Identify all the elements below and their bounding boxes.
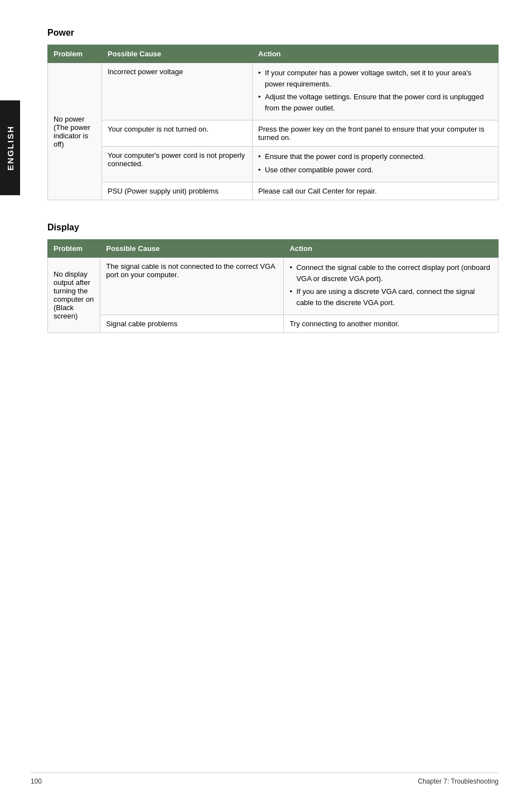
power-action-4: Please call our Call Center for repair. [253,182,499,200]
power-row-2: Your computer is not turned on. Press th… [48,120,499,147]
display-row-2: Signal cable problems Try connecting to … [48,315,499,333]
english-label: ENGLISH [0,100,20,195]
power-cause-2: Your computer is not turned on. [101,120,252,147]
display-cause-1: The signal cable is not connected to the… [100,258,284,315]
power-action-3-item-1: Ensure that the power cord is properly c… [258,151,492,162]
chapter-label: Chapter 7: Troubleshooting [418,777,499,785]
power-cause-3: Your computer's power cord is not proper… [101,147,252,182]
power-action-1-item-1: If your computer has a power voltage swi… [258,67,492,89]
display-action-1-item-1: Connect the signal cable to the correct … [289,262,492,284]
power-table: Problem Possible Cause Action No power(T… [47,45,499,200]
display-action-1-item-2: If you are using a discrete VGA card, co… [289,286,492,308]
power-cause-4: PSU (Power supply unit) problems [101,182,252,200]
power-action-3: Ensure that the power cord is properly c… [253,147,499,182]
power-problem-cell: No power(The powerindicator is off) [48,63,102,200]
display-header-problem: Problem [48,240,100,258]
display-cause-2: Signal cable problems [100,315,284,333]
page-number: 100 [31,777,42,785]
display-row-1: No displayoutput afterturning thecompute… [48,258,499,315]
page-footer: 100 Chapter 7: Troubleshooting [31,772,499,785]
display-action-2: Try connecting to another monitor. [284,315,499,333]
power-action-3-item-2: Use other compatible power cord. [258,165,492,176]
display-action-1: Connect the signal cable to the correct … [284,258,499,315]
display-problem-cell: No displayoutput afterturning thecompute… [48,258,100,333]
power-header-action: Action [253,45,499,63]
power-header-problem: Problem [48,45,102,63]
english-text: ENGLISH [6,125,15,171]
display-table: Problem Possible Cause Action No display… [47,239,499,333]
display-section-title: Display [47,223,499,233]
power-action-1-item-2: Adjust the voltage settings. Ensure that… [258,91,492,113]
power-header-cause: Possible Cause [101,45,252,63]
power-row-1: No power(The powerindicator is off) Inco… [48,63,499,120]
display-header-action: Action [284,240,499,258]
power-action-1: If your computer has a power voltage swi… [253,63,499,120]
power-section-title: Power [47,28,499,38]
power-cause-1: Incorrect power voltage [101,63,252,120]
power-row-3: Your computer's power cord is not proper… [48,147,499,182]
power-row-4: PSU (Power supply unit) problems Please … [48,182,499,200]
power-action-2: Press the power key on the front panel t… [253,120,499,147]
display-header-cause: Possible Cause [100,240,284,258]
